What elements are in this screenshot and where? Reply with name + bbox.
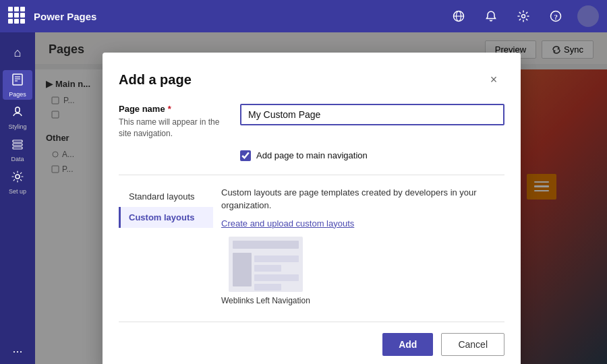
required-marker: * bbox=[168, 104, 171, 114]
svg-text:?: ? bbox=[554, 13, 558, 21]
bell-icon[interactable] bbox=[480, 5, 502, 27]
more-options-icon[interactable]: ··· bbox=[12, 344, 22, 359]
sidebar-item-home[interactable]: ⌂ bbox=[3, 38, 32, 67]
custom-layouts-content: Custom layouts are page templates create… bbox=[213, 186, 504, 305]
svg-rect-12 bbox=[13, 144, 22, 146]
custom-layouts-desc: Custom layouts are page templates create… bbox=[221, 186, 496, 212]
modal-footer: Add Cancel bbox=[119, 322, 504, 356]
template-grid: Weblinks Left Navigation bbox=[221, 237, 496, 305]
add-page-modal: Add a page × Page name * This name will … bbox=[103, 53, 521, 364]
top-bar-actions: ? bbox=[448, 5, 599, 27]
svg-rect-10 bbox=[16, 107, 20, 113]
template-thumbnail bbox=[229, 237, 303, 292]
page-name-desc: This name will appear in the site naviga… bbox=[119, 117, 227, 140]
page-name-label-container: Page name * This name will appear in the… bbox=[119, 104, 227, 140]
sidebar-item-setup[interactable]: Set up bbox=[3, 167, 32, 197]
modal-header: Add a page × bbox=[119, 69, 504, 90]
modal-title: Add a page bbox=[119, 72, 192, 88]
nav-checkbox-row: Add page to main navigation bbox=[240, 150, 504, 161]
tab-standard-layouts[interactable]: Standard layouts bbox=[119, 186, 213, 207]
app-grid-icon[interactable] bbox=[8, 7, 27, 26]
svg-rect-11 bbox=[13, 140, 22, 142]
layout-section: Standard layouts Custom layouts Custom l… bbox=[119, 186, 504, 305]
sidebar-item-data-label: Data bbox=[11, 156, 24, 162]
template-name: Weblinks Left Navigation bbox=[221, 296, 310, 305]
page-name-input-container bbox=[240, 104, 504, 125]
styling-icon bbox=[11, 105, 24, 122]
content-area: Pages Preview Sync ▶ Main n... bbox=[35, 32, 607, 364]
sidebar-item-pages-label: Pages bbox=[9, 91, 26, 98]
page-name-label: Page name * bbox=[119, 104, 227, 114]
page-name-input[interactable] bbox=[240, 104, 504, 125]
pages-icon bbox=[11, 73, 24, 90]
main-layout: ⌂ Pages Styling Data Set up ·· bbox=[0, 32, 607, 364]
svg-rect-6 bbox=[13, 74, 22, 85]
nav-checkbox-label[interactable]: Add page to main navigation bbox=[256, 150, 368, 160]
sidebar-item-pages[interactable]: Pages bbox=[3, 70, 32, 100]
help-icon[interactable]: ? bbox=[545, 5, 567, 27]
svg-point-3 bbox=[522, 15, 525, 18]
app-title: Power Pages bbox=[34, 11, 441, 22]
sidebar-item-styling[interactable]: Styling bbox=[3, 102, 32, 132]
create-upload-link[interactable]: Create and upload custom layouts bbox=[221, 218, 354, 229]
setup-icon bbox=[11, 170, 24, 187]
home-icon: ⌂ bbox=[14, 46, 22, 60]
user-avatar[interactable] bbox=[577, 5, 599, 27]
add-button[interactable]: Add bbox=[382, 333, 433, 356]
tab-custom-layouts[interactable]: Custom layouts bbox=[119, 207, 213, 228]
svg-point-14 bbox=[16, 175, 20, 179]
settings-icon[interactable] bbox=[513, 5, 534, 27]
section-divider bbox=[119, 175, 504, 175]
page-name-row: Page name * This name will appear in the… bbox=[119, 104, 504, 140]
sidebar-item-styling-label: Styling bbox=[8, 123, 26, 130]
template-weblinks-left-nav[interactable]: Weblinks Left Navigation bbox=[221, 237, 310, 305]
svg-rect-13 bbox=[13, 147, 22, 149]
data-icon bbox=[11, 138, 24, 154]
cancel-button[interactable]: Cancel bbox=[441, 333, 504, 356]
nav-checkbox[interactable] bbox=[240, 150, 251, 161]
globe-icon[interactable] bbox=[448, 5, 469, 27]
layout-tabs: Standard layouts Custom layouts bbox=[119, 186, 213, 305]
close-button[interactable]: × bbox=[483, 69, 504, 90]
top-bar: Power Pages ? bbox=[0, 0, 607, 32]
sidebar: ⌂ Pages Styling Data Set up ·· bbox=[0, 32, 35, 364]
sidebar-item-setup-label: Set up bbox=[9, 188, 26, 195]
sidebar-item-data[interactable]: Data bbox=[3, 135, 32, 164]
